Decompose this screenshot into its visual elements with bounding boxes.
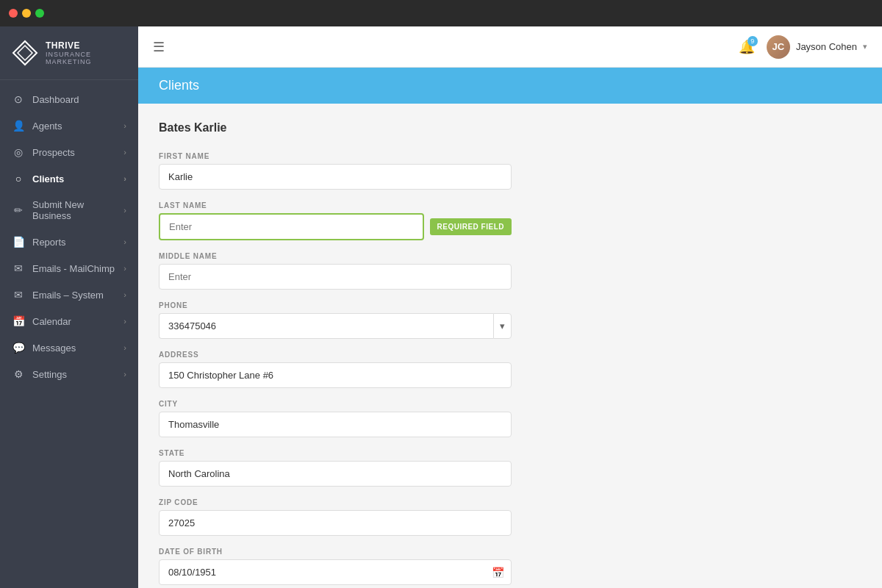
nav-arrow-calendar: › (123, 317, 126, 326)
sidebar-item-dashboard[interactable]: ⊙ Dashboard (0, 86, 138, 112)
maximize-button[interactable] (35, 9, 44, 18)
main-content: ☰ 🔔 9 JC Jayson Cohen ▾ Clients Bates Ka… (138, 26, 882, 588)
form-group-state: STATE (159, 449, 512, 487)
input-phone[interactable] (159, 313, 493, 339)
nav-arrow-messages: › (123, 343, 126, 352)
input-city[interactable] (159, 412, 512, 437)
nav-icon-reports: 📄 (12, 236, 25, 248)
form-group-middle_name: MIDDLE NAME (159, 252, 512, 290)
label-city: CITY (159, 400, 512, 408)
content-area: Bates Karlie FIRST NAMELAST NAMEREQUIRED… (138, 104, 882, 588)
page-title: Clients (159, 78, 199, 93)
hamburger-button[interactable]: ☰ (153, 39, 165, 55)
client-form: FIRST NAMELAST NAMEREQUIRED FIELDMIDDLE … (159, 152, 512, 588)
sidebar-item-reports[interactable]: 📄 Reports › (0, 229, 138, 255)
nav-icon-agents: 👤 (12, 120, 25, 132)
window-controls (9, 9, 44, 18)
sidebar-item-emails-system[interactable]: ✉ Emails – System › (0, 282, 138, 308)
nav-arrow-reports: › (123, 237, 126, 246)
nav-label-emails-mailchimp: Emails - MailChimp (32, 263, 116, 274)
input-first_name[interactable] (159, 164, 512, 190)
required-field-badge: REQUIRED FIELD (430, 218, 512, 235)
sidebar-item-agents[interactable]: 👤 Agents › (0, 112, 138, 139)
nav-arrow-emails-system: › (123, 290, 126, 299)
sidebar-logo: THRIVE INSURANCE MARKETING (0, 26, 138, 80)
nav-icon-calendar: 📅 (12, 315, 25, 327)
label-state: STATE (159, 449, 512, 457)
nav-arrow-clients: › (123, 174, 126, 183)
user-name: Jayson Cohen (796, 41, 857, 52)
sidebar-item-prospects[interactable]: ◎ Prospects › (0, 139, 138, 165)
close-button[interactable] (9, 9, 18, 18)
record-title: Bates Karlie (159, 121, 861, 135)
nav-label-agents: Agents (32, 121, 116, 132)
label-first_name: FIRST NAME (159, 152, 512, 160)
form-group-date_of_birth: DATE OF BIRTH📅 (159, 548, 512, 585)
sidebar-item-emails-mailchimp[interactable]: ✉ Emails - MailChimp › (0, 255, 138, 282)
label-address: ADDRESS (159, 351, 512, 359)
app-container: THRIVE INSURANCE MARKETING ⊙ Dashboard 👤… (0, 26, 882, 588)
form-group-city: CITY (159, 400, 512, 437)
sidebar-item-submit-new-business[interactable]: ✏ Submit New Business › (0, 192, 138, 229)
input-address[interactable] (159, 362, 512, 388)
sidebar-item-calendar[interactable]: 📅 Calendar › (0, 308, 138, 334)
label-middle_name: MIDDLE NAME (159, 252, 512, 260)
input-zip_code[interactable] (159, 510, 512, 536)
logo-subtitle: INSURANCE MARKETING (46, 51, 126, 65)
svg-marker-1 (18, 46, 32, 60)
page-header: Clients (138, 68, 882, 104)
nav-arrow-emails-mailchimp: › (123, 264, 126, 273)
form-group-zip_code: ZIP CODE (159, 498, 512, 536)
nav-label-settings: Settings (32, 369, 116, 380)
nav-label-submit-new-business: Submit New Business (32, 199, 116, 221)
nav-label-reports: Reports (32, 237, 116, 248)
nav-arrow-agents: › (123, 121, 126, 130)
user-menu[interactable]: JC Jayson Cohen ▾ (767, 35, 867, 59)
label-phone: PHONE (159, 301, 512, 309)
nav-icon-emails-system: ✉ (12, 289, 25, 301)
form-group-address: ADDRESS (159, 351, 512, 388)
nav-icon-clients: ○ (12, 173, 25, 184)
form-group-phone: PHONE▾ (159, 301, 512, 339)
input-state[interactable] (159, 461, 512, 487)
phone-type-dropdown[interactable]: ▾ (493, 313, 512, 339)
input-middle_name[interactable] (159, 264, 512, 290)
label-zip_code: ZIP CODE (159, 498, 512, 506)
input-date_of_birth[interactable] (159, 559, 512, 585)
user-dropdown-arrow: ▾ (863, 42, 867, 51)
form-group-first_name: FIRST NAME (159, 152, 512, 190)
nav-label-prospects: Prospects (32, 147, 116, 158)
nav-label-dashboard: Dashboard (32, 94, 126, 105)
sidebar: THRIVE INSURANCE MARKETING ⊙ Dashboard 👤… (0, 26, 138, 588)
nav-icon-dashboard: ⊙ (12, 93, 25, 105)
input-last_name[interactable] (159, 213, 424, 240)
nav-icon-prospects: ◎ (12, 146, 25, 158)
label-last_name: LAST NAME (159, 201, 512, 209)
sidebar-item-settings[interactable]: ⚙ Settings › (0, 361, 138, 387)
minimize-button[interactable] (22, 9, 31, 18)
logo-icon (12, 40, 38, 66)
nav-label-calendar: Calendar (32, 316, 116, 327)
phone-wrapper: ▾ (159, 313, 512, 339)
nav-icon-emails-mailchimp: ✉ (12, 262, 25, 274)
calendar-icon[interactable]: 📅 (492, 567, 504, 578)
nav-label-messages: Messages (32, 343, 116, 354)
notifications-bell[interactable]: 🔔 9 (739, 39, 755, 55)
sidebar-item-clients[interactable]: ○ Clients › (0, 165, 138, 192)
nav-arrow-settings: › (123, 370, 126, 379)
notification-count: 9 (747, 36, 758, 46)
input-wrapper-last_name: REQUIRED FIELD (159, 213, 512, 240)
sidebar-item-messages[interactable]: 💬 Messages › (0, 334, 138, 361)
logo-name: THRIVE (46, 40, 126, 51)
form-group-last_name: LAST NAMEREQUIRED FIELD (159, 201, 512, 240)
sidebar-navigation: ⊙ Dashboard 👤 Agents › ◎ Prospects › ○ C… (0, 80, 138, 588)
nav-icon-settings: ⚙ (12, 368, 25, 380)
nav-label-emails-system: Emails – System (32, 290, 116, 301)
nav-arrow-prospects: › (123, 148, 126, 157)
input-wrapper-date_of_birth: 📅 (159, 559, 512, 585)
nav-arrow-submit-new-business: › (123, 206, 126, 215)
svg-marker-0 (13, 41, 37, 65)
titlebar (0, 0, 882, 26)
label-date_of_birth: DATE OF BIRTH (159, 548, 512, 556)
avatar: JC (767, 35, 790, 59)
